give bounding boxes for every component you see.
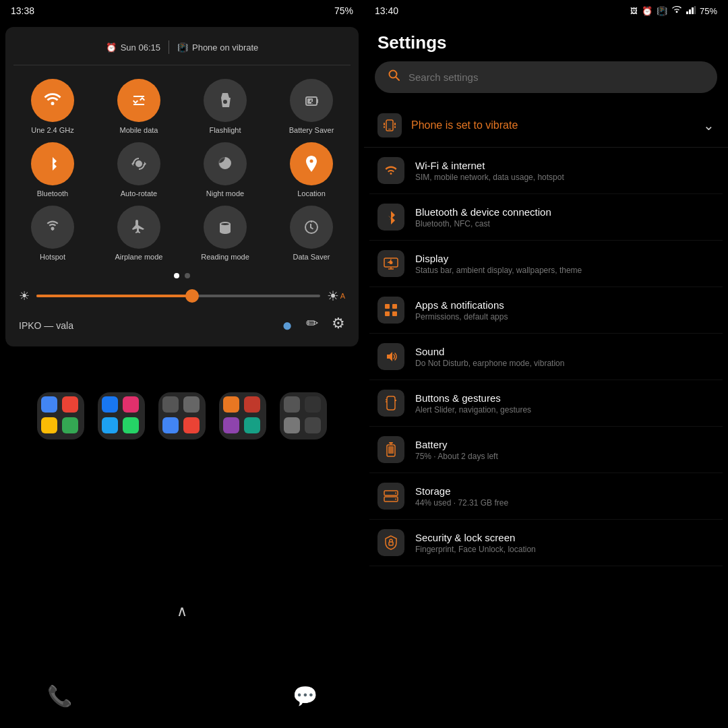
vibrate-banner[interactable]: Phone is set to vibrate ⌄	[364, 104, 728, 148]
tile-night-mode[interactable]: Night mode	[186, 142, 264, 198]
sound-title: Sound	[415, 346, 564, 357]
bluetooth-subtitle: Bluetooth, NFC, cast	[415, 219, 551, 229]
messages-icon[interactable]: 💬	[286, 677, 324, 715]
buttons-text: Buttons & gestures Alert Slider, navigat…	[415, 392, 531, 415]
tile-bluetooth[interactable]: Bluetooth	[13, 142, 92, 198]
app-dot	[244, 417, 260, 433]
svg-marker-24	[387, 352, 392, 361]
settings-item-display[interactable]: Display Status bar, ambient display, wal…	[369, 241, 723, 287]
tile-airplane-icon	[117, 206, 160, 249]
tile-data-saver[interactable]: Data Saver	[272, 206, 351, 261]
alarm-time: Sun 06:15	[121, 42, 160, 53]
tile-airplane-label: Airplane mode	[115, 253, 163, 261]
app-dot	[162, 417, 179, 433]
settings-item-battery[interactable]: Battery 75% · About 2 days left	[369, 427, 723, 473]
tile-reading-mode-label: Reading mode	[201, 253, 249, 261]
svg-rect-15	[394, 123, 396, 125]
tile-flashlight[interactable]: Flashlight	[186, 79, 264, 134]
app-dot	[305, 417, 321, 433]
tile-auto-rotate-label: Auto-rotate	[121, 189, 157, 198]
svg-rect-13	[388, 129, 391, 129]
app-folder-5[interactable]	[280, 392, 327, 439]
svg-point-36	[395, 499, 396, 500]
security-title: Security & lock screen	[415, 532, 536, 543]
left-panel: 13:38 75% ⏰ Sun 06:15 📳 Phone on vibrate	[0, 0, 364, 728]
settings-item-storage[interactable]: Storage 44% used · 72.31 GB free	[369, 473, 723, 520]
storage-subtitle: 44% used · 72.31 GB free	[415, 498, 508, 508]
tile-flashlight-icon	[204, 79, 247, 122]
app-dot	[284, 396, 300, 413]
settings-item-sound[interactable]: Sound Do Not Disturb, earphone mode, vib…	[369, 334, 723, 380]
settings-item-buttons[interactable]: Buttons & gestures Alert Slider, navigat…	[369, 380, 723, 427]
footer-icons: ● ✏ ⚙	[282, 315, 345, 336]
search-bar[interactable]	[375, 61, 717, 93]
vibrate-banner-text: Phone is set to vibrate	[411, 119, 703, 131]
settings-item-apps[interactable]: Apps & notifications Permissions, defaul…	[369, 287, 723, 334]
user-name: IPKO — vala	[19, 320, 282, 331]
storage-title: Storage	[415, 485, 508, 497]
buttons-icon	[377, 390, 404, 417]
security-text: Security & lock screen Fingerprint, Face…	[415, 532, 536, 554]
vibrate-header-text: Phone on vibrate	[192, 42, 258, 53]
brightness-thumb[interactable]	[185, 289, 199, 303]
brightness-fill	[36, 295, 192, 297]
tile-airplane[interactable]: Airplane mode	[100, 206, 178, 261]
tile-battery-saver[interactable]: Battery Saver	[272, 79, 351, 134]
quick-tiles-grid: Une 2.4 GHz Mobile data	[13, 73, 351, 266]
svg-rect-8	[692, 7, 694, 14]
left-battery: 75%	[334, 5, 353, 16]
tile-bluetooth-label: Bluetooth	[37, 189, 68, 198]
tile-location[interactable]: Location	[272, 142, 351, 198]
app-dot	[123, 396, 139, 413]
sound-icon	[377, 343, 404, 370]
settings-title: Settings	[364, 22, 728, 61]
app-dot	[162, 396, 179, 413]
edit-icon[interactable]: ✏	[306, 315, 318, 336]
security-subtitle: Fingerprint, Face Unlock, location	[415, 545, 536, 554]
svg-rect-22	[385, 311, 390, 316]
svg-rect-21	[392, 304, 397, 309]
left-time: 13:38	[11, 5, 34, 16]
search-input[interactable]	[408, 71, 704, 83]
settings-item-security[interactable]: Security & lock screen Fingerprint, Face…	[369, 520, 723, 566]
tile-mobile-data[interactable]: Mobile data	[100, 79, 178, 134]
tile-reading-mode[interactable]: Reading mode	[186, 206, 264, 261]
brightness-low-icon: ☀	[19, 289, 30, 303]
settings-gear-icon[interactable]: ⚙	[332, 315, 345, 336]
notification-drawer: ⏰ Sun 06:15 📳 Phone on vibrate Une 2.4 G…	[5, 27, 359, 346]
tile-hotspot[interactable]: Hotspot	[13, 206, 92, 261]
settings-item-bluetooth[interactable]: Bluetooth & device connection Bluetooth,…	[369, 194, 723, 241]
sound-subtitle: Do Not Disturb, earphone mode, vibration	[415, 359, 564, 368]
sound-text: Sound Do Not Disturb, earphone mode, vib…	[415, 346, 564, 368]
buttons-subtitle: Alert Slider, navigation, gestures	[415, 405, 531, 415]
battery-text: Battery 75% · About 2 days left	[415, 439, 498, 461]
swipe-up-arrow: ∧	[177, 603, 187, 620]
bluetooth-title: Bluetooth & device connection	[415, 206, 551, 218]
signal-bars-icon	[686, 6, 696, 16]
app-folder-4[interactable]	[219, 392, 266, 439]
tile-night-mode-icon	[204, 142, 247, 185]
battery-title: Battery	[415, 439, 498, 450]
app-dot	[223, 417, 239, 433]
vibrate-status-icon: 📳	[657, 6, 667, 16]
wifi-text: Wi-Fi & internet SIM, mobile network, da…	[415, 160, 564, 182]
app-dot	[183, 417, 200, 433]
dot-1	[174, 273, 179, 278]
vibrate-header-info: 📳 Phone on vibrate	[177, 42, 258, 53]
tile-mobile-data-icon	[117, 79, 160, 122]
app-dot	[244, 396, 260, 413]
svg-rect-25	[387, 396, 395, 410]
tile-hotspot-icon	[31, 206, 74, 249]
brightness-row: ☀ ☀A	[13, 285, 351, 307]
app-folder-2[interactable]	[98, 392, 145, 439]
user-avatar-icon[interactable]: ●	[282, 315, 293, 336]
phone-icon[interactable]: 📞	[40, 677, 78, 715]
settings-item-wifi[interactable]: Wi-Fi & internet SIM, mobile network, da…	[369, 148, 723, 194]
tile-auto-rotate[interactable]: Auto-rotate	[100, 142, 178, 198]
apps-icon	[377, 297, 404, 324]
tile-data-saver-label: Data Saver	[293, 253, 330, 261]
brightness-slider[interactable]	[36, 295, 320, 297]
app-folder-3[interactable]	[158, 392, 206, 439]
app-folder-1[interactable]	[37, 392, 84, 439]
tile-wifi[interactable]: Une 2.4 GHz	[13, 79, 92, 134]
